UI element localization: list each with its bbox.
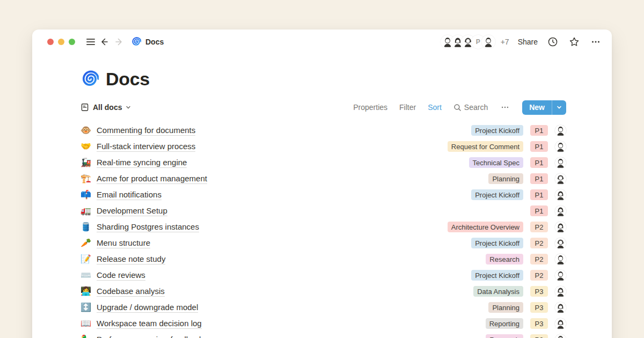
doc-owner-avatar[interactable] xyxy=(555,173,566,185)
doc-owner-avatar[interactable] xyxy=(555,286,566,297)
doc-tag[interactable]: Data Analysis xyxy=(473,286,523,297)
doc-row[interactable]: 🏗️ Acme for product management Planning … xyxy=(80,171,566,187)
doc-owner-avatar[interactable] xyxy=(555,302,566,313)
page-title-block: Docs xyxy=(80,67,566,91)
avatar-icon xyxy=(555,302,566,313)
properties-button[interactable]: Properties xyxy=(353,103,387,112)
doc-title[interactable]: Menu structure xyxy=(97,238,150,248)
doc-title[interactable]: Real-time syncing engine xyxy=(97,158,187,168)
doc-title[interactable]: Commenting for documents xyxy=(97,126,195,136)
new-dropdown-button[interactable] xyxy=(552,100,566,115)
doc-row[interactable]: 🐵 Commenting for documents Project Kicko… xyxy=(80,122,566,138)
doc-tag[interactable]: Research xyxy=(486,334,523,338)
doc-title[interactable]: Code reviews xyxy=(97,270,145,281)
doc-title[interactable]: Acme for product management xyxy=(97,174,207,184)
doc-priority[interactable]: P2 xyxy=(530,238,548,248)
doc-priority[interactable]: P3 xyxy=(530,334,548,338)
doc-row[interactable]: 🥕 Menu structure Project Kickoff P2 xyxy=(80,235,566,251)
doc-title[interactable]: Email notifications xyxy=(97,190,162,200)
avatar-icon xyxy=(555,173,566,185)
doc-priority[interactable]: P1 xyxy=(530,205,548,216)
doc-tag[interactable]: Request for Comment xyxy=(448,141,523,152)
new-button[interactable]: New xyxy=(522,100,552,115)
docs-list: 🐵 Commenting for documents Project Kicko… xyxy=(80,122,566,338)
avatar-icon xyxy=(555,334,566,338)
doc-priority[interactable]: P2 xyxy=(530,254,548,264)
doc-priority[interactable]: P2 xyxy=(530,222,548,232)
doc-row[interactable]: ↕️ Upgrade / downgrade model Planning P3 xyxy=(80,299,566,315)
search-button[interactable]: Search xyxy=(453,103,488,112)
doc-owner-avatar[interactable] xyxy=(555,270,566,281)
doc-title[interactable]: Performance review feedback xyxy=(97,335,203,338)
doc-owner-avatar[interactable] xyxy=(555,254,566,265)
doc-priority[interactable]: P1 xyxy=(530,157,548,168)
doc-tag[interactable]: Project Kickoff xyxy=(471,125,523,136)
more-options-button[interactable] xyxy=(589,35,602,48)
doc-row[interactable]: 📝 Release note study Research P2 xyxy=(80,251,566,267)
zoom-window-button[interactable] xyxy=(69,39,75,45)
doc-row[interactable]: 📖 Workspace team decision log Reporting … xyxy=(80,315,566,332)
doc-owner-avatar[interactable] xyxy=(555,141,566,152)
filter-button[interactable]: Filter xyxy=(399,103,416,112)
doc-tag[interactable]: Planning xyxy=(488,173,523,184)
doc-priority[interactable]: P3 xyxy=(530,318,548,329)
doc-tag[interactable]: Technical Spec xyxy=(469,157,523,168)
doc-owner-avatar[interactable] xyxy=(555,238,566,249)
doc-priority[interactable]: P1 xyxy=(530,173,548,184)
collaborator-avatar[interactable] xyxy=(481,35,495,49)
doc-owner-avatar[interactable] xyxy=(555,334,566,338)
history-button[interactable] xyxy=(546,35,559,48)
doc-title[interactable]: Workspace team decision log xyxy=(97,319,202,329)
doc-row[interactable]: 👩‍💻 Codebase analysis Data Analysis P3 xyxy=(80,283,566,299)
avatar-icon xyxy=(555,205,566,217)
collaborator-avatar-stack[interactable]: P xyxy=(441,35,495,49)
doc-meta: Project Kickoff P1 xyxy=(471,189,566,201)
doc-priority[interactable]: P1 xyxy=(530,125,548,136)
doc-tag[interactable]: Reporting xyxy=(486,318,523,329)
sort-button[interactable]: Sort xyxy=(428,103,442,112)
doc-tag[interactable]: Research xyxy=(486,254,523,264)
doc-priority[interactable]: P1 xyxy=(530,189,548,200)
view-more-button[interactable] xyxy=(500,102,510,113)
doc-title[interactable]: Sharding Postgres instances xyxy=(97,222,199,232)
doc-owner-avatar[interactable] xyxy=(555,125,566,136)
doc-priority[interactable]: P3 xyxy=(530,302,548,313)
doc-row[interactable]: 🦜 Performance review feedback Research P… xyxy=(80,332,566,338)
forward-button[interactable] xyxy=(112,35,126,49)
doc-title[interactable]: Development Setup xyxy=(97,206,167,216)
doc-title[interactable]: Upgrade / downgrade model xyxy=(97,303,198,313)
doc-priority[interactable]: P1 xyxy=(530,141,548,152)
sidebar-toggle-button[interactable] xyxy=(84,35,98,49)
share-button[interactable]: Share xyxy=(518,38,538,46)
back-button[interactable] xyxy=(98,35,112,49)
doc-owner-avatar[interactable] xyxy=(555,318,566,329)
doc-row[interactable]: ⌨️ Code reviews Project Kickoff P2 xyxy=(80,267,566,283)
doc-priority[interactable]: P2 xyxy=(530,270,548,281)
doc-row[interactable]: 🚂 Real-time syncing engine Technical Spe… xyxy=(80,155,566,171)
doc-owner-avatar[interactable] xyxy=(555,205,566,217)
doc-owner-avatar[interactable] xyxy=(555,222,566,233)
view-switcher[interactable]: All docs xyxy=(80,103,131,112)
doc-owner-avatar[interactable] xyxy=(555,157,566,168)
doc-title[interactable]: Release note study xyxy=(97,254,165,264)
minimize-window-button[interactable] xyxy=(58,39,64,45)
doc-owner-avatar[interactable] xyxy=(555,189,566,201)
doc-row[interactable]: 📫 Email notifications Project Kickoff P1 xyxy=(80,187,566,203)
parrot-emoji: 🦜 xyxy=(80,335,91,338)
close-window-button[interactable] xyxy=(47,39,54,45)
doc-row[interactable]: 🚛 Development Setup P1 xyxy=(80,203,566,219)
desktop: { "window": { "tab_title": "Docs", "head… xyxy=(0,0,644,338)
up-down-arrow-emoji: ↕️ xyxy=(80,303,91,312)
doc-tag[interactable]: Architecture Overview xyxy=(448,222,523,232)
doc-row[interactable]: 🛢️ Sharding Postgres instances Architect… xyxy=(80,219,566,235)
doc-title[interactable]: Full-stack interview process xyxy=(97,142,195,152)
doc-tag[interactable]: Planning xyxy=(488,302,523,313)
doc-tag[interactable]: Project Kickoff xyxy=(471,238,523,248)
favorite-button[interactable] xyxy=(568,35,581,48)
current-page-tab[interactable]: Docs xyxy=(131,36,164,47)
doc-row[interactable]: 🤝 Full-stack interview process Request f… xyxy=(80,138,566,155)
doc-title[interactable]: Codebase analysis xyxy=(97,286,165,297)
doc-tag[interactable]: Project Kickoff xyxy=(471,189,523,200)
doc-priority[interactable]: P3 xyxy=(530,286,548,297)
doc-tag[interactable]: Project Kickoff xyxy=(471,270,523,281)
